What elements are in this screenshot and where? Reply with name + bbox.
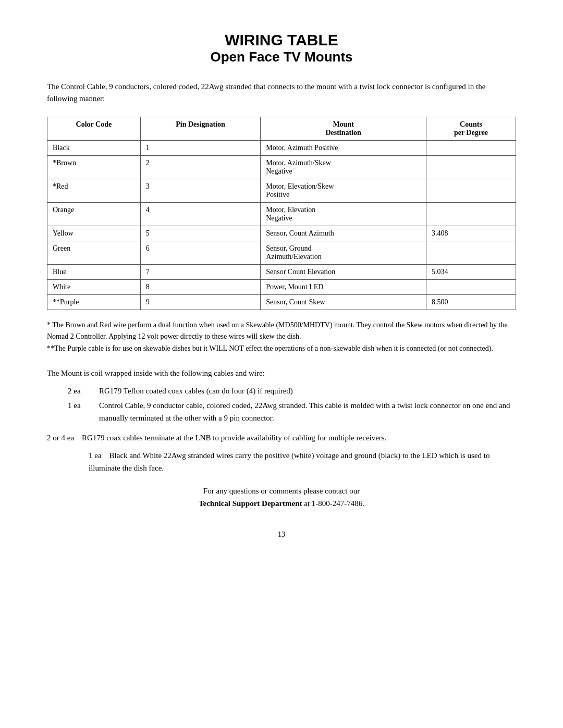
cell-pin-0: 1 (140, 141, 260, 156)
cell-counts-1 (426, 156, 516, 179)
table-row: *Red3Motor, Elevation/SkewPositive (47, 179, 516, 203)
table-row: Black1Motor, Azimuth Positive (47, 141, 516, 156)
cell-counts-3 (426, 203, 516, 226)
col-header-mount: MountDestination (261, 117, 426, 141)
cell-mount-7: Power, Mount LED (261, 280, 426, 295)
cell-counts-2 (426, 179, 516, 203)
footnotes-block: * The Brown and Red wire perform a dual … (47, 319, 516, 354)
cell-mount-1: Motor, Azimuth/SkewNegative (261, 156, 426, 179)
table-row: Orange4Motor, ElevationNegative (47, 203, 516, 226)
cell-mount-2: Motor, Elevation/SkewPositive (261, 179, 426, 203)
table-row: White8Power, Mount LED (47, 280, 516, 295)
cell-color-8: **Purple (47, 295, 141, 310)
cell-color-6: Blue (47, 265, 141, 280)
cell-color-5: Green (47, 241, 141, 265)
col-header-color: Color Code (47, 117, 141, 141)
table-row: Yellow5Sensor, Count Azimuth3.408 (47, 226, 516, 241)
title-line1: WIRING TABLE (47, 31, 516, 49)
cell-pin-4: 5 (140, 226, 260, 241)
cell-pin-7: 8 (140, 280, 260, 295)
list-qty-1: 2 ea (68, 385, 89, 397)
cell-pin-6: 7 (140, 265, 260, 280)
cell-pin-5: 6 (140, 241, 260, 265)
list-qty-2: 1 ea (68, 399, 89, 424)
col-header-pin: Pin Designation (140, 117, 260, 141)
list-item-1: 2 ea RG179 Teflon coated coax cables (ca… (68, 385, 516, 397)
cell-counts-5 (426, 241, 516, 265)
cell-mount-6: Sensor Count Elevation (261, 265, 426, 280)
page-title-block: WIRING TABLE Open Face TV Mounts (47, 31, 516, 65)
intro-paragraph: The Control Cable, 9 conductors, colored… (47, 81, 516, 104)
cell-counts-4: 3.408 (426, 226, 516, 241)
table-row: *Brown2Motor, Azimuth/SkewNegative (47, 156, 516, 179)
table-row: **Purple9Sensor, Count Skew8.500 (47, 295, 516, 310)
footer-contact: For any questions or comments please con… (47, 485, 516, 510)
cell-mount-5: Sensor, GroundAzimuth/Elevation (261, 241, 426, 265)
cell-color-1: *Brown (47, 156, 141, 179)
list-item-2: 1 ea Control Cable, 9 conductor cable, c… (68, 399, 516, 424)
title-line2: Open Face TV Mounts (47, 49, 516, 65)
cell-counts-7 (426, 280, 516, 295)
page-number: 13 (47, 530, 516, 539)
cell-color-7: White (47, 280, 141, 295)
footer-line2: Technical Support Department at 1-800-24… (47, 497, 516, 510)
cell-mount-8: Sensor, Count Skew (261, 295, 426, 310)
para2b: 1 ea Black and White 22Awg stranded wire… (89, 449, 516, 474)
cell-color-4: Yellow (47, 226, 141, 241)
cell-pin-8: 9 (140, 295, 260, 310)
cell-counts-8: 8.500 (426, 295, 516, 310)
cell-pin-1: 2 (140, 156, 260, 179)
col-header-counts: Countsper Degree (426, 117, 516, 141)
footer-line1: For any questions or comments please con… (47, 485, 516, 497)
cell-mount-4: Sensor, Count Azimuth (261, 226, 426, 241)
cable-list: 2 ea RG179 Teflon coated coax cables (ca… (68, 385, 516, 424)
table-row: Blue7Sensor Count Elevation5.034 (47, 265, 516, 280)
para2a: 2 or 4 ea RG179 coax cables terminate at… (47, 431, 516, 444)
cell-mount-3: Motor, ElevationNegative (261, 203, 426, 226)
cell-pin-3: 4 (140, 203, 260, 226)
footnote-2: **The Purple cable is for use on skewabl… (47, 343, 516, 354)
footnote-1: * The Brown and Red wire perform a dual … (47, 319, 516, 343)
cell-pin-2: 3 (140, 179, 260, 203)
table-row: Green6Sensor, GroundAzimuth/Elevation (47, 241, 516, 265)
cell-color-0: Black (47, 141, 141, 156)
body-intro2: The Mount is coil wrapped inside with th… (47, 367, 516, 379)
wiring-table: Color Code Pin Designation MountDestinat… (47, 117, 516, 310)
cell-color-3: Orange (47, 203, 141, 226)
cell-mount-0: Motor, Azimuth Positive (261, 141, 426, 156)
cell-color-2: *Red (47, 179, 141, 203)
list-text-2: Control Cable, 9 conductor cable, colore… (99, 399, 516, 424)
list-text-1: RG179 Teflon coated coax cables (can do … (99, 385, 293, 397)
cell-counts-0 (426, 141, 516, 156)
cell-counts-6: 5.034 (426, 265, 516, 280)
footer-bold: Technical Support Department (199, 499, 302, 508)
